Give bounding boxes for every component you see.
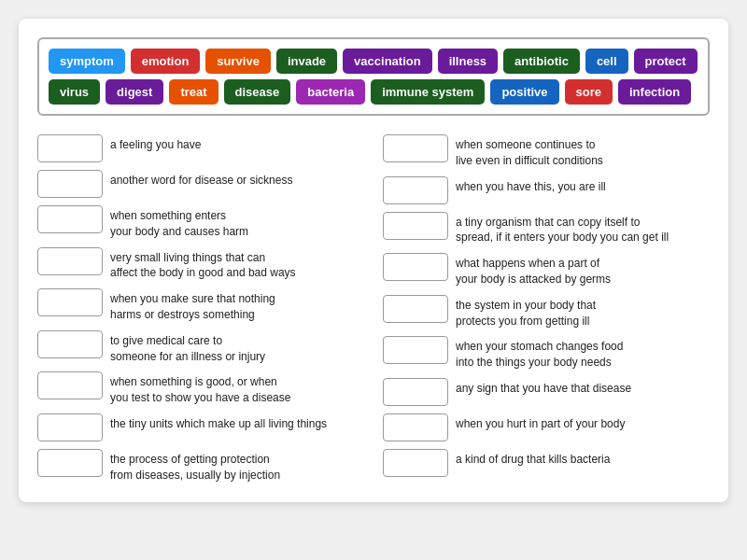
table-row: when you hurt in part of your body (383, 413, 710, 441)
answer-box-def_vaccination[interactable] (37, 449, 103, 477)
definition-def_digest: when your stomach changes food into the … (456, 336, 623, 371)
answer-box-def_immune_system[interactable] (383, 295, 448, 323)
definition-def_infection: what happens when a part of your body is… (456, 253, 611, 287)
table-row: another word for disease or sickness (37, 170, 364, 198)
definition-def_antibiotic: a kind of drug that kills bacteria (456, 449, 610, 468)
answer-box-def_digest[interactable] (383, 336, 448, 364)
table-row: when you make sure that nothing harms or… (37, 288, 364, 323)
word-tile-virus[interactable]: virus (49, 79, 100, 105)
table-row: the tiny units which make up all living … (37, 413, 364, 441)
answer-box-def_protect[interactable] (37, 288, 103, 316)
definition-def_invade: when something enters your body and caus… (110, 205, 248, 240)
answer-box-def_sore[interactable] (383, 413, 448, 441)
definition-def_treat: to give medical care to someone for an i… (110, 330, 265, 365)
definition-def_disease: another word for disease or sickness (110, 170, 292, 189)
word-tile-symptom[interactable]: symptom (49, 49, 125, 74)
word-tile-sore[interactable]: sore (565, 79, 613, 105)
definition-def_protect: when you make sure that nothing harms or… (110, 288, 275, 323)
answer-box-def_illness[interactable] (383, 176, 448, 204)
answer-box-def_positive[interactable] (37, 371, 103, 399)
word-tile-treat[interactable]: treat (169, 79, 218, 105)
word-tile-disease[interactable]: disease (224, 79, 291, 105)
definition-def_cell: the tiny units which make up all living … (110, 413, 327, 432)
word-tile-immune_system[interactable]: immune system (371, 79, 485, 105)
definition-def_vaccination: the process of getting protection from d… (110, 449, 280, 483)
left-column: a feeling you haveanother word for disea… (37, 134, 364, 483)
definition-def_bacteria: very small living things that can affect… (110, 247, 296, 282)
word-tile-digest[interactable]: digest (106, 79, 163, 105)
definition-def_immune_system: the system in your body that protects yo… (456, 295, 596, 329)
answer-box-def_cell[interactable] (37, 413, 103, 441)
answer-box-def_bacteria[interactable] (37, 247, 103, 275)
table-row: a feeling you have (37, 134, 364, 162)
answer-box-def_antibiotic[interactable] (383, 449, 448, 477)
table-row: any sign that you have that disease (383, 378, 710, 406)
answer-box-def_emotion[interactable] (37, 134, 103, 162)
table-row: to give medical care to someone for an i… (37, 330, 364, 365)
table-row: a kind of drug that kills bacteria (383, 449, 710, 477)
table-row: when someone continues to live even in d… (383, 134, 710, 169)
definition-def_symptom: any sign that you have that disease (456, 378, 631, 397)
table-row: what happens when a part of your body is… (383, 253, 710, 287)
word-tile-illness[interactable]: illness (438, 49, 498, 74)
answer-box-def_invade[interactable] (37, 205, 103, 233)
word-tile-protect[interactable]: protect (634, 49, 698, 74)
definition-def_positive: when something is good, or when you test… (110, 371, 290, 406)
word-tile-positive[interactable]: positive (490, 79, 558, 105)
definition-def_survive: when someone continues to live even in d… (456, 134, 603, 169)
word-bank: symptomemotionsurviveinvadevaccinationil… (37, 37, 710, 116)
definition-def_illness: when you have this, you are ill (456, 176, 606, 195)
main-container: symptomemotionsurviveinvadevaccinationil… (19, 19, 728, 502)
word-tile-antibiotic[interactable]: antibiotic (503, 49, 580, 74)
table-row: when something is good, or when you test… (37, 371, 364, 406)
table-row: the system in your body that protects yo… (383, 295, 710, 329)
word-tile-emotion[interactable]: emotion (131, 49, 201, 74)
right-column: when someone continues to live even in d… (383, 134, 710, 483)
answer-box-def_disease[interactable] (37, 170, 103, 198)
word-tile-vaccination[interactable]: vaccination (343, 49, 432, 74)
word-tile-survive[interactable]: survive (205, 49, 271, 74)
word-tile-invade[interactable]: invade (276, 49, 337, 74)
answer-box-def_survive[interactable] (383, 134, 448, 162)
definition-def_sore: when you hurt in part of your body (456, 413, 625, 432)
answer-box-def_symptom[interactable] (383, 378, 448, 406)
answer-box-def_treat[interactable] (37, 330, 103, 358)
table-row: when you have this, you are ill (383, 176, 710, 204)
answer-box-def_infection[interactable] (383, 253, 448, 281)
definition-def_virus: a tiny organism that can copy itself to … (456, 212, 669, 246)
word-tile-bacteria[interactable]: bacteria (296, 79, 365, 105)
table-row: when something enters your body and caus… (37, 205, 364, 240)
definition-def_emotion: a feeling you have (110, 134, 201, 153)
word-tile-infection[interactable]: infection (618, 79, 691, 105)
matching-area: a feeling you haveanother word for disea… (37, 134, 710, 483)
table-row: when your stomach changes food into the … (383, 336, 710, 371)
table-row: the process of getting protection from d… (37, 449, 364, 483)
word-tile-cell[interactable]: cell (585, 49, 628, 74)
answer-box-def_virus[interactable] (383, 212, 448, 240)
table-row: very small living things that can affect… (37, 247, 364, 282)
table-row: a tiny organism that can copy itself to … (383, 212, 710, 246)
